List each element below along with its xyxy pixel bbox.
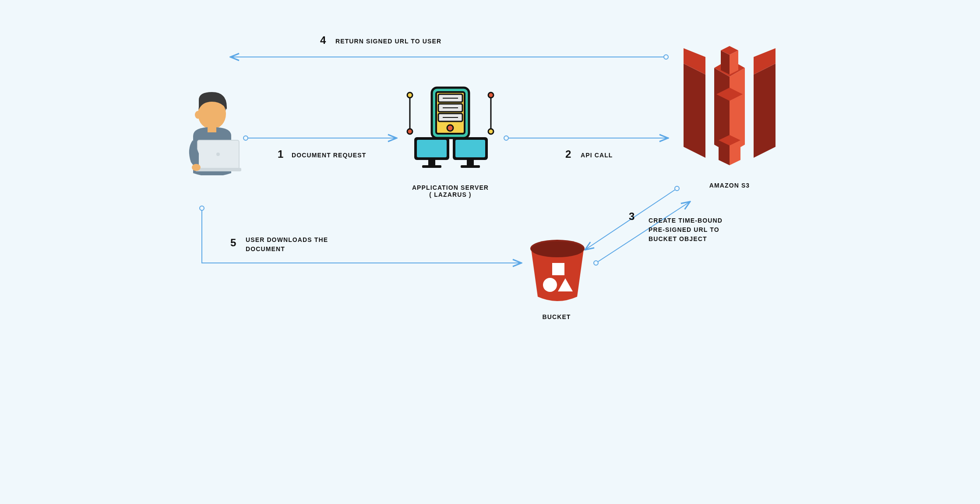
step-3-label: CREATE TIME-BOUND PRE-SIGNED URL TO BUCK…: [649, 216, 723, 244]
step-5-label-line2: DOCUMENT: [246, 245, 328, 254]
svg-point-32: [447, 125, 453, 131]
step-3-label-line1: CREATE TIME-BOUND: [649, 216, 723, 225]
svg-rect-34: [417, 140, 447, 157]
svg-point-22: [488, 92, 494, 98]
svg-point-23: [488, 129, 494, 134]
svg-point-15: [216, 153, 220, 156]
step-3-label-line2: PRE-SIGNED URL TO: [649, 225, 723, 234]
user-icon: [173, 92, 243, 175]
svg-point-5: [504, 136, 508, 140]
server-icon: [401, 85, 500, 173]
bucket-icon: [528, 239, 587, 305]
diagram-canvas: APPLICATION SERVER ( LAZARUS ): [154, 0, 826, 346]
step-4-label: RETURN SIGNED URL TO USER: [335, 38, 441, 45]
step-2-label: API CALL: [581, 152, 613, 159]
s3-icon: [673, 46, 786, 169]
svg-rect-39: [467, 160, 474, 165]
step-3-num: 3: [629, 210, 635, 223]
step-3-label-line3: BUCKET OBJECT: [649, 234, 723, 244]
app-server-label-line2: ( LAZARUS ): [401, 191, 500, 198]
step-1-num: 1: [278, 148, 283, 160]
s3-label: AMAZON S3: [673, 182, 786, 189]
svg-rect-38: [455, 140, 485, 157]
svg-point-17: [192, 164, 201, 171]
app-server-label-line1: APPLICATION SERVER: [401, 184, 500, 191]
svg-point-58: [531, 241, 584, 257]
step-5-label-line1: USER DOWNLOADS THE: [246, 235, 328, 245]
svg-rect-36: [422, 165, 441, 168]
svg-point-60: [543, 278, 557, 292]
svg-rect-13: [208, 126, 216, 132]
svg-point-9: [594, 261, 598, 265]
svg-marker-41: [684, 64, 705, 158]
bucket-label: BUCKET: [517, 313, 596, 320]
svg-point-19: [407, 92, 412, 98]
step-4-num: 4: [320, 34, 326, 46]
svg-rect-40: [461, 165, 480, 168]
svg-rect-35: [428, 160, 435, 165]
step-1-label: DOCUMENT REQUEST: [292, 152, 366, 159]
svg-point-1: [664, 55, 668, 59]
svg-point-12: [195, 111, 201, 119]
app-server-label: APPLICATION SERVER ( LAZARUS ): [401, 184, 500, 198]
step-2-num: 2: [565, 148, 571, 160]
svg-point-10: [200, 206, 204, 210]
svg-rect-59: [552, 263, 564, 275]
svg-marker-42: [754, 64, 776, 158]
svg-point-3: [243, 136, 248, 140]
svg-rect-16: [195, 168, 241, 171]
svg-point-20: [407, 129, 412, 134]
step-5-num: 5: [230, 237, 236, 249]
step-5-label: USER DOWNLOADS THE DOCUMENT: [246, 235, 328, 254]
